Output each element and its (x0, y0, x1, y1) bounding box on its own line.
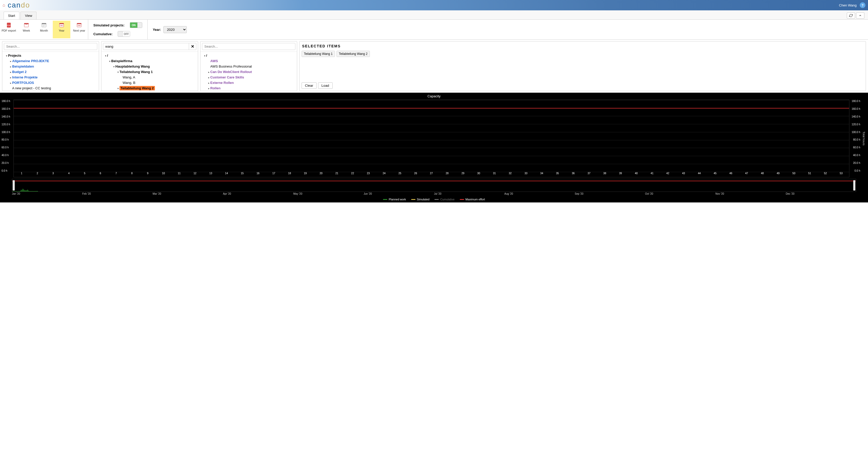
refresh-icon (849, 14, 853, 17)
logo[interactable]: cando (8, 1, 30, 9)
calendar-next-year-icon (75, 22, 83, 28)
week-button[interactable]: Week (18, 21, 35, 38)
pdf-icon: PDF (5, 22, 12, 28)
cumulative-label: Cumulative: (93, 32, 113, 36)
project-item[interactable]: Allgemeine PROJEKTE (12, 59, 49, 63)
tab-view[interactable]: View (21, 12, 36, 20)
projects-root[interactable]: Projects (8, 54, 21, 57)
chart-legend: Planned work Simulated Cumulative Maximu… (0, 196, 868, 202)
month-button[interactable]: Month (35, 21, 53, 38)
svg-point-10 (43, 26, 43, 26)
skill-item[interactable]: AWS (210, 59, 218, 63)
project-item[interactable]: Interne Projekte (12, 75, 37, 79)
tab-start[interactable]: Start (4, 12, 20, 20)
top-banner: ⌂ cando Chen Wang ? (0, 0, 868, 10)
skills-panel: ▾/ AWSAWS Business Professional▸Can Do W… (200, 41, 297, 91)
chart-plot[interactable]: 1234567891011121314151617181920212223242… (13, 100, 849, 177)
svg-point-11 (44, 26, 44, 26)
toolbar: PDF PDF export Week Month Year Next year… (0, 20, 868, 39)
nav-handle-right[interactable] (853, 180, 855, 191)
svg-point-9 (45, 25, 45, 25)
project-item[interactable]: PORTFOLIOS (12, 81, 34, 85)
nav-handle-left[interactable] (13, 180, 15, 191)
skill-item[interactable]: Rollen (210, 86, 221, 90)
tabs-row: Start View (0, 10, 868, 20)
cumulative-toggle[interactable]: OFF (118, 31, 130, 37)
skill-item[interactable]: AWS Business Professional (210, 64, 252, 68)
legend-simulated[interactable]: Simulated (411, 198, 430, 201)
y-axis-title: Total hours (861, 132, 866, 145)
chevron-up-icon (859, 14, 862, 17)
clear-button[interactable]: Clear (302, 82, 317, 89)
svg-rect-15 (77, 23, 82, 24)
projects-panel: ▾Projects ▸Allgemeine PROJEKTE▸Beispield… (2, 41, 99, 91)
svg-rect-13 (60, 23, 64, 24)
legend-cumulative[interactable]: Cumulative (435, 198, 455, 201)
year-button[interactable]: Year (53, 21, 70, 38)
projects-tree[interactable]: ▾Projects ▸Allgemeine PROJEKTE▸Beispield… (2, 52, 99, 91)
org-search-input[interactable] (103, 43, 189, 50)
sub1-node[interactable]: Teilabteilung Wang 1 (120, 70, 153, 74)
org-panel: ✕ ▾/ ▾Beispielfirma ▾Hauptabteilung Wang… (101, 41, 198, 91)
x-axis: 1234567891011121314151617181920212223242… (14, 172, 849, 177)
year-label: Year: (153, 28, 161, 32)
refresh-button[interactable] (847, 12, 855, 19)
next-year-button[interactable]: Next year (70, 21, 88, 38)
person-item[interactable]: Wang, A (123, 75, 135, 79)
skill-item[interactable]: Customer Care Skills (210, 75, 244, 79)
skills-search-input[interactable] (202, 43, 296, 50)
project-item[interactable]: Beispieldaten (12, 64, 34, 68)
selected-chip[interactable]: Teilabteilung Wang 1 (302, 51, 335, 57)
collapse-button[interactable] (856, 12, 864, 19)
skills-tree[interactable]: ▾/ AWSAWS Business Professional▸Can Do W… (200, 52, 297, 91)
sub2-node[interactable]: Teilabteilung Wang 2 (120, 86, 155, 90)
project-item[interactable]: Budget 2 (12, 70, 27, 74)
simulated-toggle[interactable]: ON (130, 22, 142, 28)
selected-items-panel: SELECTED ITEMS Teilabteilung Wang 1Teila… (299, 41, 866, 91)
clear-search-button[interactable]: ✕ (189, 43, 196, 50)
capacity-chart: Capacity 180.0 h160.0 h140.0 h120.0 h100… (0, 93, 868, 202)
pdf-export-button[interactable]: PDF PDF export (0, 21, 18, 38)
load-button[interactable]: Load (318, 82, 333, 89)
svg-point-8 (44, 25, 44, 25)
year-select[interactable]: 2020 (163, 26, 187, 33)
svg-text:PDF: PDF (7, 24, 11, 27)
simulated-projects-label: Simulated projects: (93, 23, 125, 27)
project-item[interactable]: A new project - CC testing (12, 86, 51, 90)
chart-title: Capacity (0, 93, 868, 100)
selection-columns: ▾Projects ▸Allgemeine PROJEKTE▸Beispield… (0, 39, 868, 93)
projects-search-input[interactable] (4, 43, 97, 50)
calendar-year-icon (58, 22, 65, 28)
svg-rect-3 (24, 23, 29, 24)
calendar-week-icon (23, 22, 30, 28)
help-button[interactable]: ? (860, 2, 865, 8)
y-axis-right: 180.0 h160.0 h140.0 h120.0 h100.0 h80.0 … (849, 100, 861, 177)
legend-max[interactable]: Maximum effort (460, 198, 485, 201)
svg-rect-6 (42, 23, 46, 24)
chart-navigator[interactable] (12, 179, 856, 192)
selected-chip[interactable]: Teilabteilung Wang 2 (337, 51, 370, 57)
skill-item[interactable]: Externe Rollen (210, 81, 234, 85)
legend-planned[interactable]: Planned work (383, 198, 406, 201)
home-icon[interactable]: ⌂ (3, 3, 5, 7)
person-item[interactable]: Wang, B (123, 81, 135, 85)
skill-item[interactable]: Can Do WebClient Rollout (210, 70, 252, 74)
y-axis-left: 180.0 h160.0 h140.0 h120.0 h100.0 h80.0 … (2, 100, 13, 177)
selected-items-title: SELECTED ITEMS (300, 41, 866, 51)
org-tree[interactable]: ▾/ ▾Beispielfirma ▾Hauptabteilung Wang ▾… (101, 52, 198, 91)
navigator-months: Jan '20Feb '20Mar '20Apr '20May '20Jun '… (0, 192, 868, 196)
svg-point-7 (43, 25, 43, 25)
calendar-month-icon (40, 22, 48, 28)
user-name[interactable]: Chen Wang (839, 3, 857, 7)
